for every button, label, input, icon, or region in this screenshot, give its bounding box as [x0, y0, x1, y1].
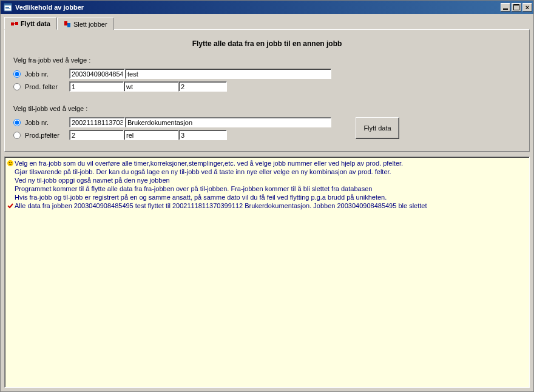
log-line: Programmet kommer til å flytte alle data… [7, 184, 527, 193]
from-jobnr-input[interactable] [69, 69, 125, 79]
from-section-label: Velg fra-jobb ved å velge : [13, 56, 521, 64]
from-prod-row: Prod. felter [13, 81, 521, 92]
maximize-button[interactable] [512, 3, 521, 12]
log-line: Ved ny til-jobb oppgi også navnet på den… [7, 176, 527, 184]
to-pf1-input[interactable] [69, 130, 124, 140]
from-jobnr-text: Jobb nr. [25, 70, 49, 78]
svg-rect-7 [67, 23, 70, 27]
window-title: Vedlikehold av jobber [15, 4, 499, 11]
log-text: Hvis fra-jobb og til-jobb er registrert … [15, 193, 527, 201]
svg-point-8 [7, 160, 13, 166]
from-pf2-input[interactable] [124, 81, 178, 92]
tab-slett-jobber[interactable]: Slett jobber [57, 18, 114, 30]
svg-rect-6 [64, 21, 67, 25]
tab-slett-label: Slett jobber [73, 21, 107, 28]
to-jobnr-text: Jobb nr. [25, 119, 49, 126]
svg-rect-4 [11, 22, 14, 25]
from-jobname-input[interactable] [125, 69, 331, 79]
svg-rect-1 [4, 4, 12, 5]
window-controls: × [499, 3, 532, 12]
slett-jobber-icon [64, 21, 71, 28]
to-prod-text: Prod.pfelter [25, 132, 59, 139]
from-prod-text: Prod. felter [25, 83, 58, 90]
log-line: Gjør tilsvarende på til-jobb. Der kan du… [7, 167, 527, 176]
to-jobname-input[interactable] [125, 117, 331, 127]
svg-rect-3 [5, 8, 10, 9]
tabstrip: Flytt data Slett jobber [4, 17, 530, 30]
from-jobnr-row: Jobb nr. [13, 69, 521, 79]
svg-point-9 [9, 162, 10, 163]
window-frame: Vedlikehold av jobber × Flytt data Slett… [0, 0, 534, 392]
log-line: Hvis fra-jobb og til-jobb er registrert … [7, 193, 527, 201]
to-prod-radio-label[interactable]: Prod.pfelter [13, 132, 69, 139]
to-jobnr-row: Jobb nr. [13, 117, 331, 127]
tab-flytt-data[interactable]: Flytt data [4, 17, 57, 30]
to-jobnr-radio-label[interactable]: Jobb nr. [13, 119, 69, 126]
log-text: Programmet kommer til å flytte alle data… [15, 184, 527, 193]
from-pf1-input[interactable] [69, 81, 124, 92]
to-jobnr-radio[interactable] [13, 119, 21, 126]
svg-rect-2 [5, 7, 9, 8]
log-text: Ved ny til-jobb oppgi også navnet på den… [15, 176, 527, 184]
tabpanel-flytt: Flytte alle data fra en jobb til en anne… [4, 29, 530, 152]
flytt-data-icon [11, 20, 18, 27]
log-panel[interactable]: Velg en fra-jobb som du vil overføre all… [4, 157, 530, 388]
to-prod-radio[interactable] [13, 132, 21, 139]
log-line: Velg en fra-jobb som du vil overføre all… [7, 159, 527, 167]
log-text: Alle data fra jobben 2003040908485495 te… [15, 201, 527, 210]
from-jobnr-radio[interactable] [13, 70, 21, 78]
close-button[interactable]: × [522, 3, 532, 12]
app-icon [3, 2, 13, 12]
flytt-data-button[interactable]: Flytt data [356, 117, 399, 139]
to-pf3-input[interactable] [178, 130, 227, 140]
content-area: Flytt data Slett jobber Flytte alle data… [1, 14, 533, 391]
log-line: Alle data fra jobben 2003040908485495 te… [7, 201, 527, 210]
from-prod-radio[interactable] [13, 83, 21, 90]
log-text: Gjør tilsvarende på til-jobb. Der kan du… [15, 167, 527, 176]
page-heading: Flytte alle data fra en jobb til en anne… [13, 39, 521, 48]
to-prod-row: Prod.pfelter [13, 130, 331, 140]
info-icon [7, 160, 13, 166]
to-section-label: Velg til-jobb ved å velge : [13, 105, 521, 112]
svg-point-10 [11, 162, 12, 163]
to-jobnr-input[interactable] [69, 117, 125, 127]
titlebar[interactable]: Vedlikehold av jobber × [1, 1, 533, 14]
tab-flytt-label: Flytt data [21, 20, 50, 27]
check-icon [7, 202, 13, 208]
from-pf3-input[interactable] [178, 81, 227, 92]
from-jobnr-radio-label[interactable]: Jobb nr. [13, 70, 69, 78]
log-text: Velg en fra-jobb som du vil overføre all… [15, 159, 527, 167]
to-pf2-input[interactable] [124, 130, 178, 140]
from-prod-radio-label[interactable]: Prod. felter [13, 83, 69, 90]
minimize-button[interactable] [501, 3, 510, 12]
